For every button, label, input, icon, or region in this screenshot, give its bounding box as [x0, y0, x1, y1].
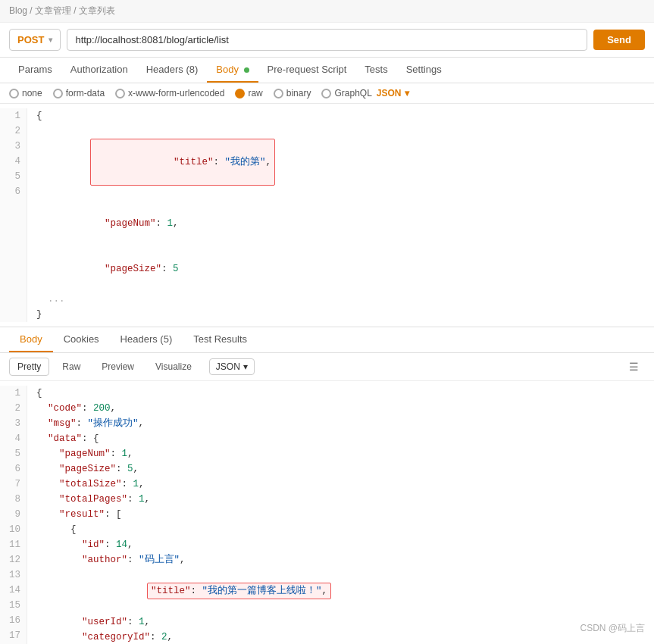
radio-binary-label: binary — [286, 88, 311, 98]
tab-body[interactable]: Body — [207, 58, 258, 83]
resp-line-4: "data": { — [36, 431, 645, 446]
request-line-1: { — [36, 108, 645, 123]
resp-line-10: { — [36, 522, 645, 537]
response-line-numbers: 1 2 3 4 5 6 7 8 9 10 11 12 13 14 15 16 1 — [0, 386, 27, 644]
resp-line-3: "msg": "操作成功", — [36, 416, 645, 431]
watermark: CSDN @码上言 — [580, 622, 645, 635]
resp-line-13: "title": "我的第一篇博客上线啦！", — [36, 567, 645, 614]
request-tabs-row: Params Authorization Headers (8) Body Pr… — [0, 58, 654, 83]
body-type-row: none form-data x-www-form-urlencoded raw… — [0, 83, 654, 104]
request-line-6: } — [36, 307, 645, 322]
request-line-4: "pageSize": 5 — [36, 246, 645, 292]
resp-line-7: "totalSize": 1, — [36, 477, 645, 492]
resp-line-11: "id": 14, — [36, 537, 645, 552]
resp-line-14: "userId": 1, — [36, 614, 645, 630]
resp-tab-cookies[interactable]: Cookies — [53, 327, 110, 352]
request-line-5: ... — [36, 292, 645, 307]
format-visualize-btn[interactable]: Visualize — [147, 358, 200, 376]
response-format-type-label: JSON — [216, 361, 240, 372]
request-code-lines: { "title": "我的第", "pageNum": 1, "pageSiz… — [27, 108, 654, 322]
resp-tab-headers[interactable]: Headers (5) — [110, 327, 183, 352]
radio-urlencoded-label: x-www-form-urlencoded — [128, 88, 224, 98]
app-container: Blog / 文章管理 / 文章列表 POST ▾ Send Params Au… — [0, 0, 654, 644]
radio-raw[interactable]: raw — [235, 88, 262, 98]
radio-graphql[interactable]: GraphQL — [321, 88, 371, 98]
radio-circle-graphql — [321, 89, 331, 98]
tab-headers[interactable]: Headers (8) — [137, 58, 208, 83]
top-bar: POST ▾ Send — [0, 23, 654, 58]
body-dot — [244, 67, 249, 73]
radio-urlencoded[interactable]: x-www-form-urlencoded — [115, 88, 224, 98]
resp-line-5: "pageNum": 1, — [36, 446, 645, 461]
tab-params[interactable]: Params — [9, 58, 61, 83]
radio-circle-urlencoded — [115, 89, 125, 98]
json-format-label: JSON — [377, 88, 402, 98]
filter-icon[interactable]: ☰ — [623, 358, 645, 376]
radio-circle-none — [9, 89, 19, 98]
format-preview-btn[interactable]: Preview — [93, 358, 142, 376]
radio-none-label: none — [22, 88, 42, 98]
radio-circle-raw — [235, 89, 245, 98]
radio-circle-form-data — [53, 89, 63, 98]
title-response-highlighted: "title": "我的第一篇博客上线啦！", — [147, 583, 331, 599]
tab-settings[interactable]: Settings — [397, 58, 451, 83]
request-line-2: "title": "我的第", — [36, 123, 645, 201]
json-response-body: 1 2 3 4 5 6 7 8 9 10 11 12 13 14 15 16 1 — [0, 381, 654, 644]
resp-line-12: "author": "码上言", — [36, 552, 645, 567]
response-section: Body Cookies Headers (5) Test Results Pr… — [0, 327, 654, 644]
radio-form-data[interactable]: form-data — [53, 88, 105, 98]
radio-circle-binary — [274, 89, 283, 98]
format-raw-btn[interactable]: Raw — [54, 358, 89, 376]
response-format-type-select[interactable]: JSON ▾ — [209, 358, 255, 375]
request-line-3: "pageNum": 1, — [36, 201, 645, 246]
radio-none[interactable]: none — [9, 88, 42, 98]
radio-graphql-label: GraphQL — [334, 88, 371, 98]
resp-line-6: "pageSize": 5, — [36, 461, 645, 477]
resp-line-1: { — [36, 386, 645, 401]
response-code-lines: { "code": 200, "msg": "操作成功", "data": { … — [27, 386, 654, 644]
request-line-numbers: 1 2 3 4 5 6 — [0, 108, 27, 322]
breadcrumb: Blog / 文章管理 / 文章列表 — [0, 0, 654, 23]
resp-line-15: "categoryId": 2, — [36, 630, 645, 644]
radio-form-data-label: form-data — [66, 88, 105, 98]
resp-tab-test-results[interactable]: Test Results — [183, 327, 258, 352]
format-pretty-btn[interactable]: Pretty — [9, 358, 49, 376]
url-input[interactable] — [67, 29, 587, 51]
response-format-row: Pretty Raw Preview Visualize JSON ▾ ☰ — [0, 353, 654, 381]
json-format-select[interactable]: JSON ▾ — [377, 88, 409, 98]
resp-line-2: "code": 200, — [36, 401, 645, 416]
title-highlighted: "title": "我的第", — [90, 139, 275, 186]
request-code-area: 1 2 3 4 5 6 { "title": "我的第", "pageNum":… — [0, 104, 654, 327]
tab-authorization[interactable]: Authorization — [61, 58, 137, 83]
radio-raw-label: raw — [248, 88, 262, 98]
method-select[interactable]: POST ▾ — [9, 29, 61, 51]
chevron-down-icon: ▾ — [49, 36, 52, 44]
resp-tab-body[interactable]: Body — [9, 327, 53, 352]
tab-tests[interactable]: Tests — [355, 58, 396, 83]
response-tabs-row: Body Cookies Headers (5) Test Results — [0, 327, 654, 353]
json-chevron-icon: ▾ — [405, 88, 409, 98]
format-chevron-icon: ▾ — [243, 361, 248, 372]
send-button[interactable]: Send — [593, 30, 645, 50]
json-response-area: 1 2 3 4 5 6 7 8 9 10 11 12 13 14 15 16 1 — [0, 381, 654, 644]
resp-line-9: "result": [ — [36, 507, 645, 522]
tab-pre-request[interactable]: Pre-request Script — [258, 58, 356, 83]
radio-binary[interactable]: binary — [274, 88, 311, 98]
method-label: POST — [17, 34, 44, 45]
resp-line-8: "totalPages": 1, — [36, 492, 645, 507]
request-body-panel: 1 2 3 4 5 6 { "title": "我的第", "pageNum":… — [0, 104, 654, 327]
